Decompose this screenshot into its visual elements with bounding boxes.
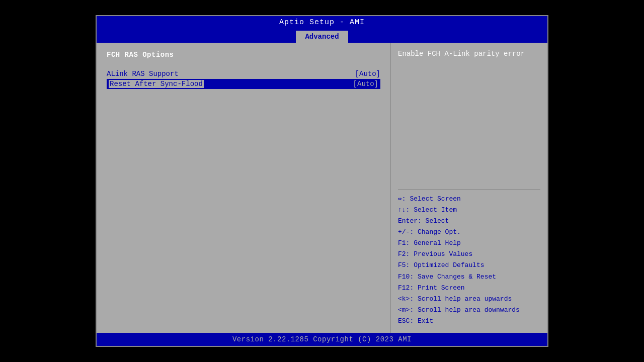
menu-item-alink-label: ALink RAS Support bbox=[107, 70, 179, 78]
menu-item-alink-value: [Auto] bbox=[355, 70, 380, 78]
tab-advanced[interactable]: Advanced bbox=[296, 31, 348, 43]
section-title: FCH RAS Options bbox=[107, 51, 380, 59]
key-f5: F5: Optimized Defaults bbox=[398, 260, 540, 271]
app-title: Aptio Setup - AMI bbox=[279, 18, 365, 27]
key-k: <k>: Scroll help area upwards bbox=[398, 294, 540, 305]
bios-container: Aptio Setup - AMI Advanced FCH RAS Optio… bbox=[96, 15, 548, 347]
help-text: Enable FCH A-Link parity error bbox=[398, 49, 540, 185]
key-f12: F12: Print Screen bbox=[398, 283, 540, 294]
right-panel: Enable FCH A-Link parity error ⇔: Select… bbox=[391, 43, 547, 333]
key-f10: F10: Save Changes & Reset bbox=[398, 272, 540, 283]
key-esc: ESC: Exit bbox=[398, 316, 540, 327]
menu-item-alink[interactable]: ALink RAS Support [Auto] bbox=[107, 69, 380, 79]
key-f2: F2: Previous Values bbox=[398, 249, 540, 260]
menu-item-reset-value: [Auto] bbox=[353, 80, 378, 88]
divider bbox=[398, 189, 540, 190]
key-help: ⇔: Select Screen ↑↓: Select Item Enter: … bbox=[398, 194, 540, 327]
tab-bar: Advanced bbox=[97, 29, 547, 43]
main-area: FCH RAS Options ALink RAS Support [Auto]… bbox=[97, 43, 547, 333]
key-change-opt: +/-: Change Opt. bbox=[398, 227, 540, 238]
menu-item-reset[interactable]: Reset After Sync-Flood [Auto] bbox=[107, 79, 380, 89]
key-f1: F1: General Help bbox=[398, 238, 540, 249]
key-select-screen: ⇔: Select Screen bbox=[398, 194, 540, 205]
key-m: <m>: Scroll help area downwards bbox=[398, 305, 540, 316]
menu-item-reset-label: Reset After Sync-Flood bbox=[109, 80, 204, 88]
left-panel: FCH RAS Options ALink RAS Support [Auto]… bbox=[97, 43, 391, 333]
key-enter-select: Enter: Select bbox=[398, 216, 540, 227]
key-select-item: ↑↓: Select Item bbox=[398, 205, 540, 216]
title-bar: Aptio Setup - AMI bbox=[97, 16, 547, 29]
footer: Version 2.22.1285 Copyright (C) 2023 AMI bbox=[97, 333, 547, 346]
